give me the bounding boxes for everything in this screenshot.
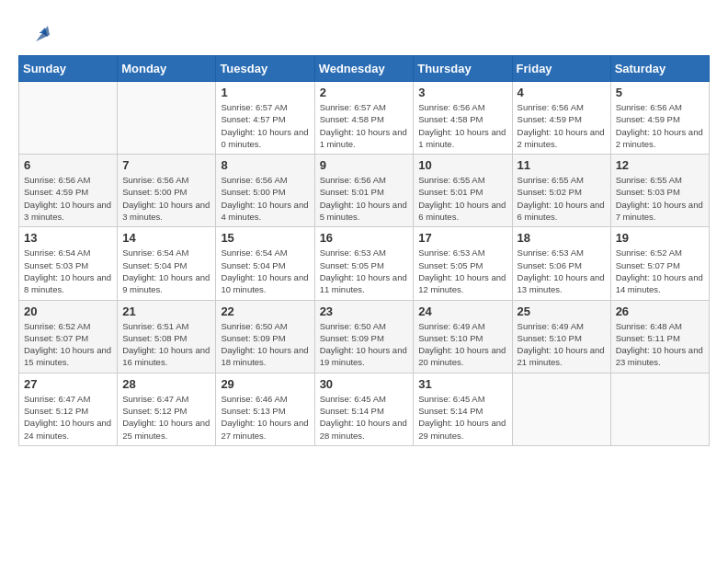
- calendar-day-header: Friday: [512, 56, 610, 82]
- day-number: 28: [122, 377, 210, 391]
- day-info: Sunrise: 6:45 AM Sunset: 5:14 PM Dayligh…: [320, 393, 409, 442]
- calendar-cell: 18Sunrise: 6:53 AM Sunset: 5:06 PM Dayli…: [512, 227, 610, 300]
- calendar-week-row: 27Sunrise: 6:47 AM Sunset: 5:12 PM Dayli…: [19, 373, 710, 445]
- calendar-header-row: SundayMondayTuesdayWednesdayThursdayFrid…: [19, 56, 710, 82]
- day-info: Sunrise: 6:49 AM Sunset: 5:10 PM Dayligh…: [418, 320, 506, 369]
- day-info: Sunrise: 6:51 AM Sunset: 5:08 PM Dayligh…: [122, 320, 210, 369]
- day-info: Sunrise: 6:54 AM Sunset: 5:03 PM Dayligh…: [24, 247, 112, 295]
- svg-marker-1: [36, 26, 50, 41]
- calendar-day-header: Wednesday: [314, 56, 414, 82]
- day-number: 1: [221, 86, 309, 99]
- logo-icon: [22, 18, 50, 46]
- calendar-cell: 10Sunrise: 6:55 AM Sunset: 5:01 PM Dayli…: [414, 155, 512, 227]
- calendar-cell: 26Sunrise: 6:48 AM Sunset: 5:11 PM Dayli…: [610, 300, 709, 373]
- day-info: Sunrise: 6:50 AM Sunset: 5:09 PM Dayligh…: [320, 320, 409, 369]
- day-number: 25: [518, 304, 606, 318]
- day-info: Sunrise: 6:49 AM Sunset: 5:10 PM Dayligh…: [518, 320, 606, 369]
- calendar-cell: 7Sunrise: 6:56 AM Sunset: 5:00 PM Daylig…: [118, 155, 216, 227]
- calendar-cell: 29Sunrise: 6:46 AM Sunset: 5:13 PM Dayli…: [216, 373, 314, 445]
- calendar-cell: [610, 373, 709, 445]
- day-info: Sunrise: 6:56 AM Sunset: 5:00 PM Dayligh…: [221, 174, 309, 223]
- calendar-cell: 25Sunrise: 6:49 AM Sunset: 5:10 PM Dayli…: [512, 300, 610, 373]
- calendar-cell: 1Sunrise: 6:57 AM Sunset: 4:57 PM Daylig…: [216, 82, 314, 155]
- day-number: 20: [24, 304, 112, 318]
- day-info: Sunrise: 6:53 AM Sunset: 5:05 PM Dayligh…: [320, 247, 409, 295]
- calendar-cell: 30Sunrise: 6:45 AM Sunset: 5:14 PM Dayli…: [314, 373, 414, 445]
- day-info: Sunrise: 6:55 AM Sunset: 5:02 PM Dayligh…: [518, 174, 606, 223]
- calendar-cell: 28Sunrise: 6:47 AM Sunset: 5:12 PM Dayli…: [118, 373, 216, 445]
- calendar-cell: 17Sunrise: 6:53 AM Sunset: 5:05 PM Dayli…: [414, 227, 512, 300]
- day-info: Sunrise: 6:47 AM Sunset: 5:12 PM Dayligh…: [24, 393, 112, 442]
- day-info: Sunrise: 6:45 AM Sunset: 5:14 PM Dayligh…: [418, 393, 506, 442]
- day-number: 5: [616, 86, 704, 99]
- day-info: Sunrise: 6:56 AM Sunset: 4:58 PM Dayligh…: [418, 101, 506, 150]
- logo: [18, 18, 50, 46]
- calendar-cell: 16Sunrise: 6:53 AM Sunset: 5:05 PM Dayli…: [314, 227, 414, 300]
- calendar-cell: 21Sunrise: 6:51 AM Sunset: 5:08 PM Dayli…: [118, 300, 216, 373]
- calendar-cell: 15Sunrise: 6:54 AM Sunset: 5:04 PM Dayli…: [216, 227, 314, 300]
- calendar-cell: 27Sunrise: 6:47 AM Sunset: 5:12 PM Dayli…: [19, 373, 118, 445]
- day-number: 6: [24, 158, 112, 172]
- calendar-cell: 20Sunrise: 6:52 AM Sunset: 5:07 PM Dayli…: [19, 300, 118, 373]
- calendar-week-row: 6Sunrise: 6:56 AM Sunset: 4:59 PM Daylig…: [19, 155, 710, 227]
- calendar-cell: 6Sunrise: 6:56 AM Sunset: 4:59 PM Daylig…: [19, 155, 118, 227]
- day-number: 17: [418, 231, 506, 245]
- page-header: [18, 18, 710, 46]
- day-number: 4: [518, 86, 606, 99]
- day-number: 16: [320, 231, 409, 245]
- calendar-cell: 31Sunrise: 6:45 AM Sunset: 5:14 PM Dayli…: [414, 373, 512, 445]
- day-number: 14: [122, 231, 210, 245]
- day-info: Sunrise: 6:54 AM Sunset: 5:04 PM Dayligh…: [221, 247, 309, 295]
- day-info: Sunrise: 6:55 AM Sunset: 5:01 PM Dayligh…: [418, 174, 506, 223]
- calendar-cell: 19Sunrise: 6:52 AM Sunset: 5:07 PM Dayli…: [610, 227, 709, 300]
- day-info: Sunrise: 6:52 AM Sunset: 5:07 PM Dayligh…: [24, 320, 112, 369]
- calendar-day-header: Saturday: [610, 56, 709, 82]
- calendar-cell: 9Sunrise: 6:56 AM Sunset: 5:01 PM Daylig…: [314, 155, 414, 227]
- day-number: 31: [418, 377, 506, 391]
- calendar-cell: 8Sunrise: 6:56 AM Sunset: 5:00 PM Daylig…: [216, 155, 314, 227]
- day-info: Sunrise: 6:48 AM Sunset: 5:11 PM Dayligh…: [616, 320, 704, 369]
- day-number: 27: [24, 377, 112, 391]
- calendar-day-header: Thursday: [414, 56, 512, 82]
- day-info: Sunrise: 6:47 AM Sunset: 5:12 PM Dayligh…: [122, 393, 210, 442]
- calendar-cell: [512, 373, 610, 445]
- day-number: 18: [518, 231, 606, 245]
- day-info: Sunrise: 6:56 AM Sunset: 4:59 PM Dayligh…: [518, 101, 606, 150]
- calendar-cell: 2Sunrise: 6:57 AM Sunset: 4:58 PM Daylig…: [314, 82, 414, 155]
- calendar-cell: 3Sunrise: 6:56 AM Sunset: 4:58 PM Daylig…: [414, 82, 512, 155]
- calendar-cell: 11Sunrise: 6:55 AM Sunset: 5:02 PM Dayli…: [512, 155, 610, 227]
- day-info: Sunrise: 6:53 AM Sunset: 5:06 PM Dayligh…: [518, 247, 606, 295]
- day-number: 19: [616, 231, 704, 245]
- calendar-cell: 4Sunrise: 6:56 AM Sunset: 4:59 PM Daylig…: [512, 82, 610, 155]
- calendar-cell: [19, 82, 118, 155]
- calendar-cell: 13Sunrise: 6:54 AM Sunset: 5:03 PM Dayli…: [19, 227, 118, 300]
- day-number: 10: [418, 158, 506, 172]
- calendar-cell: 22Sunrise: 6:50 AM Sunset: 5:09 PM Dayli…: [216, 300, 314, 373]
- day-info: Sunrise: 6:56 AM Sunset: 4:59 PM Dayligh…: [24, 174, 112, 223]
- day-number: 22: [221, 304, 309, 318]
- calendar-cell: 12Sunrise: 6:55 AM Sunset: 5:03 PM Dayli…: [610, 155, 709, 227]
- day-info: Sunrise: 6:56 AM Sunset: 5:00 PM Dayligh…: [122, 174, 210, 223]
- calendar-week-row: 20Sunrise: 6:52 AM Sunset: 5:07 PM Dayli…: [19, 300, 710, 373]
- day-info: Sunrise: 6:56 AM Sunset: 4:59 PM Dayligh…: [616, 101, 704, 150]
- day-number: 7: [122, 158, 210, 172]
- calendar-cell: 24Sunrise: 6:49 AM Sunset: 5:10 PM Dayli…: [414, 300, 512, 373]
- calendar-cell: 23Sunrise: 6:50 AM Sunset: 5:09 PM Dayli…: [314, 300, 414, 373]
- day-info: Sunrise: 6:53 AM Sunset: 5:05 PM Dayligh…: [418, 247, 506, 295]
- calendar-table: SundayMondayTuesdayWednesdayThursdayFrid…: [18, 55, 710, 446]
- day-number: 2: [320, 86, 409, 99]
- day-number: 13: [24, 231, 112, 245]
- calendar-week-row: 1Sunrise: 6:57 AM Sunset: 4:57 PM Daylig…: [19, 82, 710, 155]
- day-number: 26: [616, 304, 704, 318]
- day-info: Sunrise: 6:57 AM Sunset: 4:57 PM Dayligh…: [221, 101, 309, 150]
- day-info: Sunrise: 6:55 AM Sunset: 5:03 PM Dayligh…: [616, 174, 704, 223]
- day-info: Sunrise: 6:50 AM Sunset: 5:09 PM Dayligh…: [221, 320, 309, 369]
- day-number: 23: [320, 304, 409, 318]
- day-number: 9: [320, 158, 409, 172]
- day-number: 24: [418, 304, 506, 318]
- day-info: Sunrise: 6:54 AM Sunset: 5:04 PM Dayligh…: [122, 247, 210, 295]
- day-info: Sunrise: 6:57 AM Sunset: 4:58 PM Dayligh…: [320, 101, 409, 150]
- day-info: Sunrise: 6:52 AM Sunset: 5:07 PM Dayligh…: [616, 247, 704, 295]
- calendar-day-header: Tuesday: [216, 56, 314, 82]
- day-info: Sunrise: 6:46 AM Sunset: 5:13 PM Dayligh…: [221, 393, 309, 442]
